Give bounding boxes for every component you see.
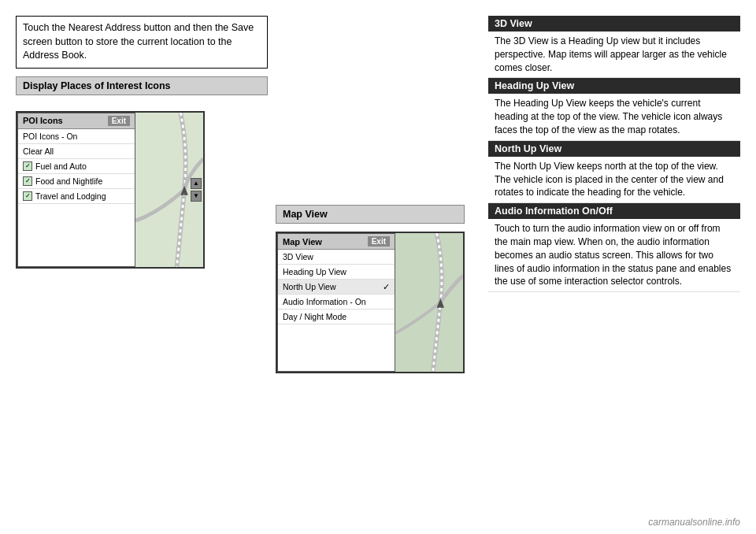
- poi-menu-item-food[interactable]: ✓ Food and Nightlife: [18, 174, 135, 189]
- poi-scroll: ▲ ▼: [191, 178, 202, 202]
- map-view-menu-title: Map View: [283, 237, 322, 247]
- poi-menu-item-travel[interactable]: ✓ Travel and Lodging: [18, 189, 135, 204]
- right-section-body-3d: The 3D View is a Heading Up view but it …: [488, 32, 740, 78]
- poi-screenshot: POI Icons Exit POI Icons - On Clear All …: [16, 111, 205, 269]
- right-section-body-north: The North Up View keeps north at the top…: [488, 157, 740, 203]
- right-section-header-audio: Audio Information On/Off: [488, 203, 740, 219]
- right-section-heading: Heading Up View The Heading Up View keep…: [488, 78, 740, 140]
- page-container: Touch the Nearest Address button and the…: [0, 0, 756, 534]
- left-column: Touch the Nearest Address button and the…: [16, 16, 268, 518]
- right-section-body-heading: The Heading Up View keeps the vehicle's …: [488, 94, 740, 140]
- right-section-3d: 3D View The 3D View is a Heading Up view…: [488, 16, 740, 78]
- poi-scroll-up[interactable]: ▲: [191, 178, 202, 189]
- watermark: carmanualsonline.info: [648, 517, 740, 528]
- north-up-check: ✓: [383, 282, 390, 291]
- right-section-audio: Audio Information On/Off Touch to turn t…: [488, 203, 740, 292]
- poi-menu-item-1[interactable]: Clear All: [18, 144, 135, 159]
- map-view-roads: [395, 233, 463, 372]
- poi-travel-label: Travel and Lodging: [35, 191, 106, 201]
- poi-exit-button[interactable]: Exit: [108, 116, 130, 126]
- poi-menu-header: POI Icons Exit: [18, 113, 135, 129]
- map-view-screenshot: Map View Exit 3D View Heading Up View No…: [276, 232, 465, 373]
- poi-fuel-label: Fuel and Auto: [35, 161, 87, 171]
- poi-menu: POI Icons Exit POI Icons - On Clear All …: [17, 113, 135, 267]
- poi-checkbox-food[interactable]: ✓: [23, 176, 32, 186]
- map-view-menu-header: Map View Exit: [278, 234, 395, 250]
- right-column: 3D View The 3D View is a Heading Up view…: [488, 16, 740, 518]
- right-section-header-3d: 3D View: [488, 16, 740, 32]
- poi-map-area: ▲ ▼: [135, 113, 203, 267]
- poi-checkbox-fuel[interactable]: ✓: [23, 161, 32, 171]
- intro-text: Touch the Nearest Address button and the…: [23, 22, 254, 61]
- poi-food-label: Food and Nightlife: [35, 176, 102, 186]
- map-view-menu: Map View Exit 3D View Heading Up View No…: [277, 233, 395, 372]
- svg-rect-2: [395, 233, 463, 372]
- poi-menu-item-0: POI Icons - On: [18, 129, 135, 144]
- middle-column: Map View Map View Exit 3D View Heading U…: [276, 16, 480, 518]
- poi-scroll-down[interactable]: ▼: [191, 191, 202, 202]
- map-menu-item-3d[interactable]: 3D View: [278, 250, 395, 265]
- right-section-body-audio: Touch to turn the audio information view…: [488, 219, 740, 292]
- poi-menu-item-fuel[interactable]: ✓ Fuel and Auto: [18, 159, 135, 174]
- map-menu-item-audio[interactable]: Audio Information - On: [278, 295, 395, 310]
- map-view-exit-button[interactable]: Exit: [368, 236, 390, 247]
- map-view-map-area: [395, 233, 463, 372]
- right-section-header-north: North Up View: [488, 141, 740, 157]
- poi-section-header: Display Places of Interest Icons: [16, 76, 268, 95]
- map-menu-item-heading[interactable]: Heading Up View: [278, 265, 395, 280]
- poi-checkbox-travel[interactable]: ✓: [23, 191, 32, 201]
- poi-menu-title: POI Icons: [23, 116, 63, 125]
- map-menu-item-north[interactable]: North Up View ✓: [278, 280, 395, 295]
- map-menu-item-day-night[interactable]: Day / Night Mode: [278, 310, 395, 324]
- right-section-header-heading: Heading Up View: [488, 78, 740, 94]
- right-section-north: North Up View The North Up View keeps no…: [488, 141, 740, 203]
- intro-text-box: Touch the Nearest Address button and the…: [16, 16, 268, 69]
- map-view-label: Map View: [276, 205, 465, 224]
